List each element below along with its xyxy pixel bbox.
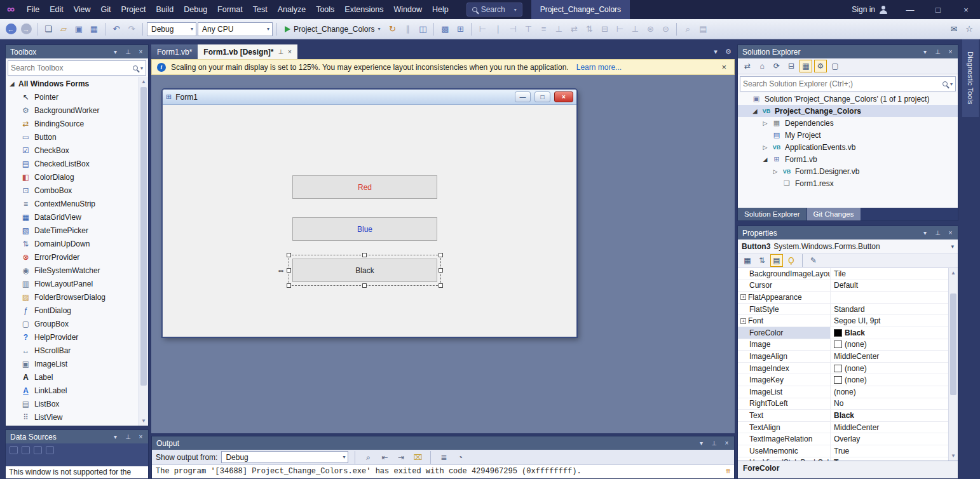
property-row-imagekey[interactable]: ImageKey(none) [738,374,948,386]
output-header[interactable]: Output ▾ ⊥ × [152,436,734,450]
tab-solution-explorer[interactable]: Solution Explorer [738,208,806,220]
toolbox-item-bindingsource[interactable]: ⇄BindingSource [6,117,139,130]
preview-selected-items-icon[interactable]: ▢ [829,60,841,72]
menu-project[interactable]: Project [116,0,151,19]
tree-item-project-change-colors[interactable]: ◢VBProject_Change_Colors [738,105,958,117]
toolbox-item-flowlayoutpanel[interactable]: ▥FlowLayoutPanel [6,277,139,290]
align-lefts-icon[interactable]: ⊢ [475,22,489,37]
chevron-down-icon[interactable]: ▾ [950,81,953,87]
toolbox-item-button[interactable]: ▭Button [6,130,139,144]
window-position-icon[interactable]: ▾ [111,433,120,440]
property-value[interactable]: True [831,457,948,461]
property-row-cursor[interactable]: CursorDefault [738,280,948,292]
tree-item-dependencies[interactable]: ▷▦Dependencies [738,117,958,129]
selection-handle[interactable] [439,268,443,273]
property-row-flatstyle[interactable]: FlatStyleStandard [738,304,948,316]
tree-item-my-project[interactable]: ▤My Project [738,129,958,141]
start-debugging-button[interactable]: Project_Change_Colors ▾ [281,22,384,37]
menu-extensions[interactable]: Extensions [339,0,388,19]
pin-icon[interactable]: ⊥ [123,433,133,440]
property-row-usemnemonic[interactable]: UseMnemonicTrue [738,445,948,457]
selection-handle[interactable] [439,253,443,257]
property-value[interactable]: (none) [831,363,948,374]
output-log[interactable]: The program '[34688] Project_Change_Colo… [152,465,734,478]
toolbox-item-fontdialog[interactable]: ƒFontDialog [6,304,139,317]
command-window-icon[interactable]: ⊞ [453,22,467,37]
toolbox-item-datagridview[interactable]: ▦DataGridView [6,210,139,224]
toolbox-item-pointer[interactable]: ↖Pointer [6,90,139,104]
window-position-icon[interactable]: ▾ [697,440,706,447]
save-icon[interactable]: ▣ [72,22,86,37]
close-icon[interactable]: × [136,48,146,55]
property-value[interactable]: (none) [831,374,948,386]
close-tab-icon[interactable]: × [288,48,292,55]
tab-git-changes[interactable]: Git Changes [807,208,861,220]
find-in-files-icon[interactable]: ▩ [438,22,452,37]
chevron-down-icon[interactable]: ▾ [709,44,722,59]
designed-form[interactable]: ⊞ Form1 — □ × RedBlueBlack⇔ [162,89,577,337]
selection-handle[interactable] [362,283,367,288]
tab-diagnostic-tools[interactable]: Diagnostic Tools [962,39,979,117]
form-button-red[interactable]: Red [292,175,437,199]
find-message-icon[interactable]: ⌕ [362,453,374,462]
break-all-icon[interactable]: ∥ [400,22,414,37]
redo-icon[interactable]: ↷ [125,22,139,37]
toolbox-search-input[interactable] [11,64,130,72]
tree-item-form1-vb[interactable]: ◢⊞Form1.vb [738,153,958,165]
property-value[interactable]: Black [831,327,948,339]
menu-format[interactable]: Format [212,0,248,19]
window-minimize-button[interactable]: — [896,0,924,19]
tree-item-form1-resx[interactable]: ❏Form1.resx [738,177,958,189]
property-row-imagelist[interactable]: ImageList(none) [738,386,948,398]
menu-test[interactable]: Test [248,0,273,19]
autoscroll-icon[interactable]: ◔ [454,453,466,462]
toolbox-item-contextmenustrip[interactable]: ≡ContextMenuStrip [6,197,139,210]
toolbox-item-label[interactable]: ALabel [6,370,139,384]
property-row-text[interactable]: TextBlack [738,410,948,422]
selection-handle[interactable] [287,283,291,288]
properties-object-selector[interactable]: Button3 System.Windows.Forms.Button ▾ [738,240,958,253]
properties-icon[interactable]: ⚙ [814,60,827,72]
expand-icon[interactable]: ▷ [762,120,768,126]
property-row-font[interactable]: +FontSegoe UI, 9pt [738,315,948,327]
toolbox-item-maskedtextbox[interactable]: #MaskedTextBox [6,424,139,426]
solution-search-input[interactable] [743,79,940,88]
keep-open-icon[interactable]: ⊥ [278,48,283,55]
property-row-imageindex[interactable]: ImageIndex(none) [738,363,948,375]
add-data-source-icon[interactable] [10,446,18,454]
toolbox-item-backgroundworker[interactable]: ⚙BackgroundWorker [6,104,139,117]
send-to-back-icon[interactable]: ⊝ [658,22,672,37]
tab-form1-code[interactable]: Form1.vb* [151,44,198,59]
scroll-to-top-icon[interactable]: ⇈ [726,466,730,476]
toolbox-item-listview[interactable]: ⠿ListView [6,410,139,424]
tree-item-form1-designer-vb[interactable]: ▷VBForm1.Designer.vb [738,165,958,177]
property-value[interactable]: Overlay [831,433,948,445]
make-same-width-icon[interactable]: ⇄ [567,22,581,37]
tree-item-applicationevents-vb[interactable]: ▷VBApplicationEvents.vb [738,141,958,153]
search-control[interactable]: Search ▾ [466,3,522,17]
toolbox-item-domainupdown[interactable]: ⇅DomainUpDown [6,237,139,250]
toolbox-item-helpprovider[interactable]: ?HelpProvider [6,330,139,344]
menu-help[interactable]: Help [427,0,454,19]
align-middles-icon[interactable]: ≡ [536,22,550,37]
learn-more-link[interactable]: Learn more... [576,63,622,72]
configuration-dropdown[interactable]: Debug▾ [147,22,196,36]
pin-icon[interactable]: ⊥ [709,440,719,447]
property-value[interactable]: (none) [831,386,948,398]
hot-reload-icon[interactable]: ↻ [385,22,399,37]
navigate-forward-icon[interactable]: → [19,22,33,37]
property-row-backgroundimagelayou[interactable]: BackgroundImageLayouTile [738,268,948,280]
window-close-button[interactable]: × [952,0,980,19]
refresh-icon[interactable] [34,446,42,454]
toolbox-item-folderbrowserdialog[interactable]: ▨FolderBrowserDialog [6,290,139,304]
menu-build[interactable]: Build [151,0,179,19]
scroll-up-icon[interactable]: ▲ [949,268,958,278]
navigate-back-icon[interactable]: ← [4,22,18,37]
property-pages-icon[interactable]: ✎ [807,254,820,267]
layout-icon[interactable]: ▤ [696,22,710,37]
toolbox-item-filesystemwatcher[interactable]: ◉FileSystemWatcher [6,264,139,277]
toolbox-header[interactable]: Toolbox ▾ ⊥ × [6,45,148,58]
properties-scrollbar[interactable]: ▲ ▼ [948,268,958,461]
solution-search[interactable]: ▾ [740,76,956,91]
toolbox-group-header[interactable]: ◢ All Windows Forms [6,77,139,90]
